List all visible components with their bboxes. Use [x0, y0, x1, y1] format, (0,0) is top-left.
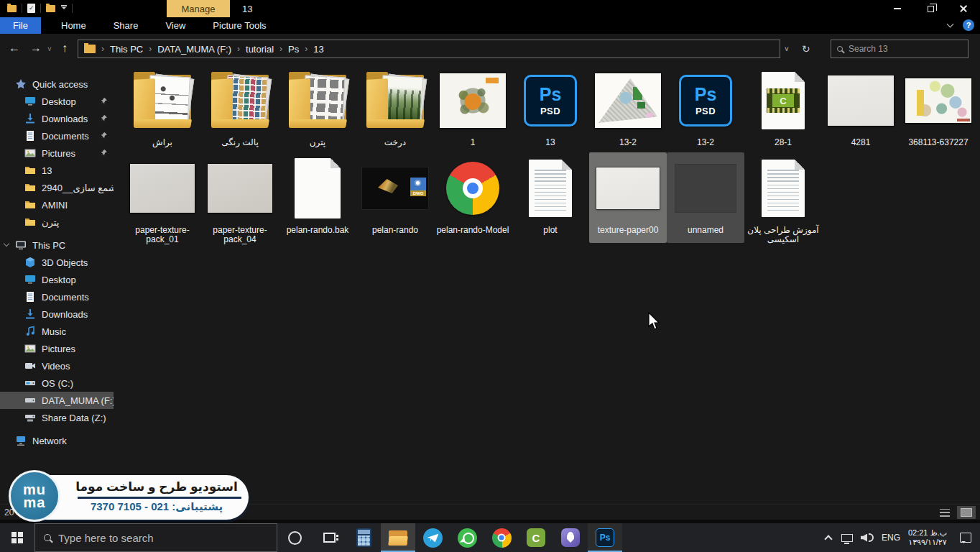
whatsapp-icon: [458, 528, 477, 548]
file-item-pelan-rando[interactable]: DWG pelan-rando: [356, 152, 434, 243]
sidebar-item-videos[interactable]: Videos: [0, 357, 114, 374]
file-grid-row-2: paper-texture-pack_01 paper-texture-pack…: [124, 152, 822, 243]
recent-locations-icon[interactable]: [47, 40, 52, 59]
file-item-pelan-rando-model[interactable]: pelan-rando-Model: [434, 152, 512, 243]
sidebar-item-quick-access[interactable]: Quick access: [0, 75, 114, 93]
breadcrumb[interactable]: This PC DATA_MUMA (F:) tutorial Ps 13: [78, 40, 780, 58]
close-button[interactable]: [947, 0, 980, 17]
file-item-amoozesh[interactable]: آموزش طراحی پلان اسکیسی: [744, 152, 822, 243]
taskbar-search-input[interactable]: [58, 532, 268, 544]
breadcrumb-this-pc[interactable]: This PC: [110, 44, 143, 55]
hidden-icons-button[interactable]: [819, 523, 838, 552]
new-folder-icon[interactable]: [46, 5, 55, 12]
sidebar-item-candle-folder[interactable]: شمع سازی__2940: [0, 179, 114, 196]
breadcrumb-tutorial[interactable]: tutorial: [246, 44, 274, 55]
chevron-right-icon: [279, 44, 282, 54]
tab-view[interactable]: View: [152, 17, 199, 34]
restore-button[interactable]: [914, 0, 947, 17]
back-button[interactable]: [9, 40, 20, 56]
file-item-texture-paper00[interactable]: texture-paper00: [589, 152, 667, 243]
file-item-paper-texture-04[interactable]: paper-texture-pack_04: [201, 152, 279, 243]
camtasia-button[interactable]: C: [519, 523, 553, 552]
file-item-368113[interactable]: 368113-637227: [900, 65, 977, 155]
sidebar-item-data-muma[interactable]: DATA_MUMA (F:): [0, 392, 114, 409]
details-view-button[interactable]: [935, 506, 954, 519]
file-item-13-2-image[interactable]: 13-2: [589, 65, 667, 155]
file-item-13-psd[interactable]: PsPSD 13: [512, 65, 589, 155]
sidebar-item-pictures-qa[interactable]: Pictures: [0, 144, 114, 162]
search-input[interactable]: [849, 44, 962, 54]
sidebar-item-downloads[interactable]: Downloads: [0, 305, 114, 323]
customize-toolbar-icon[interactable]: [60, 5, 67, 12]
file-item-unnamed[interactable]: unnamed: [667, 152, 744, 243]
sidebar-item-3d-objects[interactable]: 3D Objects: [0, 254, 114, 271]
tray-clock[interactable]: 02:21 ب.ظ ۱۳۹۹/۱۱/۲۷: [904, 523, 951, 552]
sidebar-item-downloads-qa[interactable]: Downloads: [0, 110, 114, 127]
file-item-13-2-psd[interactable]: PsPSD 13-2: [667, 65, 744, 155]
properties-icon[interactable]: [27, 4, 35, 13]
volume-tray-button[interactable]: [856, 523, 878, 552]
tab-file[interactable]: File: [0, 17, 41, 34]
sidebar-item-pattern[interactable]: پترن: [0, 213, 114, 231]
tab-share[interactable]: Share: [100, 17, 152, 34]
tab-manage[interactable]: Manage: [167, 0, 230, 17]
file-item-paper-texture-01[interactable]: paper-texture-pack_01: [124, 152, 201, 243]
ribbon-tab-row: File Home Share View Picture Tools: [0, 17, 980, 34]
purple-app-button[interactable]: [553, 523, 588, 552]
folder-icon[interactable]: [7, 5, 17, 12]
chevron-down-icon[interactable]: [4, 241, 9, 247]
help-icon[interactable]: [963, 19, 974, 31]
sidebar-item-network[interactable]: Network: [0, 432, 114, 449]
file-name: pelan-rando.bak: [280, 226, 355, 235]
file-item-4281[interactable]: 4281: [822, 65, 900, 155]
sidebar-item-13[interactable]: 13: [0, 162, 114, 179]
refresh-icon[interactable]: [802, 40, 810, 58]
sidebar-item-documents-qa[interactable]: Documents: [0, 127, 114, 144]
breadcrumb-13[interactable]: 13: [313, 44, 323, 55]
volume-wave-icon: [869, 533, 874, 542]
sidebar-item-music[interactable]: Music: [0, 323, 114, 340]
breadcrumb-ps[interactable]: Ps: [288, 44, 299, 55]
text-document-icon: [762, 160, 805, 217]
sidebar-item-desktop[interactable]: Desktop: [0, 271, 114, 288]
action-center-icon: [960, 533, 971, 543]
up-button[interactable]: [62, 40, 68, 56]
telegram-button[interactable]: [415, 523, 450, 552]
calculator-button[interactable]: [346, 523, 381, 552]
file-item-28-1[interactable]: C 28-1: [744, 65, 822, 155]
file-item-pattern[interactable]: پترن: [279, 65, 356, 155]
thumbnail-view-button[interactable]: [957, 506, 976, 519]
sidebar-item-documents[interactable]: Documents: [0, 288, 114, 305]
sidebar-item-pictures[interactable]: Pictures: [0, 340, 114, 357]
address-dropdown-icon[interactable]: [785, 40, 789, 58]
sidebar-item-os-c[interactable]: OS (C:): [0, 374, 114, 392]
cortana-button[interactable]: [277, 523, 312, 552]
start-button[interactable]: [0, 523, 34, 552]
breadcrumb-drive[interactable]: DATA_MUMA (F:): [157, 44, 231, 55]
taskbar-search[interactable]: [34, 523, 277, 552]
photoshop-button[interactable]: Ps: [588, 523, 622, 552]
action-center-button[interactable]: [951, 523, 980, 552]
tab-home[interactable]: Home: [47, 17, 100, 34]
explorer-search[interactable]: [831, 40, 969, 58]
file-explorer-button[interactable]: [381, 523, 415, 552]
chrome-button[interactable]: [484, 523, 519, 552]
file-item-tree[interactable]: درخت: [356, 65, 434, 155]
file-item-borash[interactable]: براش: [124, 65, 201, 155]
tab-picture-tools[interactable]: Picture Tools: [199, 17, 279, 34]
sidebar-item-share-data[interactable]: Share Data (Z:): [0, 409, 114, 426]
task-view-button[interactable]: [312, 523, 346, 552]
sidebar-item-this-pc[interactable]: This PC: [0, 236, 114, 254]
file-item-1[interactable]: 1: [434, 65, 512, 155]
sidebar-item-desktop-qa[interactable]: Desktop: [0, 93, 114, 110]
minimize-button[interactable]: [881, 0, 914, 17]
forward-button[interactable]: [30, 40, 42, 56]
language-indicator[interactable]: ENG: [878, 523, 904, 552]
whatsapp-button[interactable]: [450, 523, 484, 552]
file-item-pelan-rando-bak[interactable]: pelan-rando.bak: [279, 152, 356, 243]
network-tray-button[interactable]: [838, 523, 856, 552]
file-item-color-palette[interactable]: پالت رنگی: [201, 65, 279, 155]
sidebar-item-amini[interactable]: AMINI: [0, 196, 114, 213]
file-item-plot[interactable]: plot: [512, 152, 589, 243]
expand-ribbon-icon[interactable]: [947, 21, 954, 28]
